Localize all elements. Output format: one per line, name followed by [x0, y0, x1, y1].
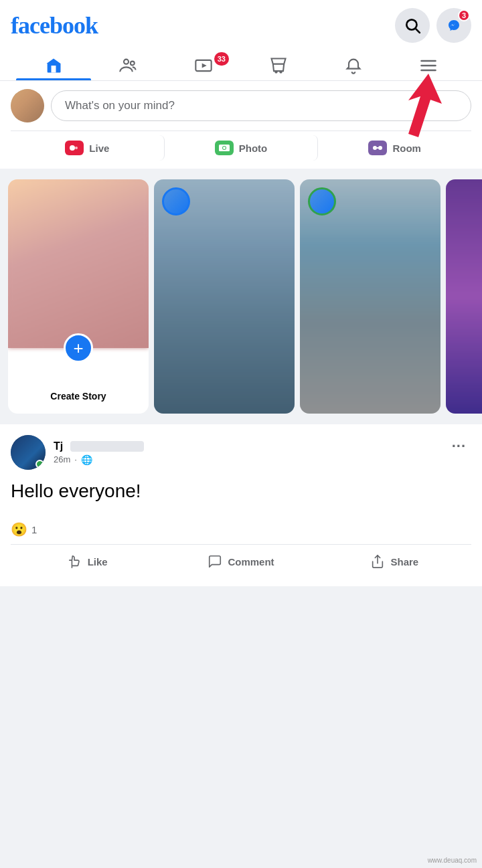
- svg-point-3: [124, 60, 129, 64]
- privacy-icon: 🌐: [81, 454, 92, 465]
- live-icon: [65, 141, 84, 155]
- post-time: 26m: [54, 454, 70, 464]
- reaction-emoji: 😮: [11, 521, 27, 537]
- svg-line-1: [416, 29, 420, 33]
- story-item-3[interactable]: [446, 179, 482, 414]
- composer-row: What's on your mind?: [11, 89, 471, 122]
- stories-row: + Create Story: [0, 179, 482, 414]
- comment-button[interactable]: Comment: [164, 547, 317, 576]
- photo-icon: [215, 141, 234, 155]
- facebook-logo: facebook: [11, 11, 98, 39]
- post-more-button[interactable]: ···: [447, 435, 471, 458]
- post-author-avatar[interactable]: [11, 435, 46, 470]
- current-user-avatar: [11, 89, 44, 122]
- svg-point-4: [131, 62, 135, 66]
- header: facebook 3: [0, 0, 482, 81]
- room-button[interactable]: Room: [318, 135, 471, 161]
- share-label: Share: [390, 556, 418, 568]
- comment-label: Comment: [228, 556, 274, 568]
- nav-tab-groups[interactable]: [91, 50, 166, 80]
- nav-tab-home[interactable]: [16, 50, 91, 80]
- header-top: facebook 3: [11, 8, 471, 50]
- photo-button[interactable]: Photo: [165, 135, 319, 161]
- story-create-plus-icon: +: [64, 333, 93, 363]
- post-author-details: Tj 26m · 🌐: [54, 440, 144, 465]
- svg-point-8: [280, 71, 281, 72]
- reaction-count: 1: [31, 524, 37, 535]
- like-button[interactable]: Like: [11, 547, 164, 576]
- header-icons: 3: [395, 8, 471, 43]
- post-actions: Like Comment Share: [11, 545, 471, 576]
- nav-tabs: 33: [11, 50, 471, 80]
- post-meta-dot: ·: [74, 454, 77, 464]
- svg-point-13: [70, 145, 75, 151]
- live-label: Live: [89, 143, 109, 154]
- post-user-info: Tj 26m · 🌐: [11, 435, 144, 470]
- like-label: Like: [88, 556, 108, 568]
- messenger-badge: 3: [458, 9, 470, 21]
- create-story-label: Create Story: [8, 371, 149, 402]
- nav-tab-menu[interactable]: [391, 50, 466, 80]
- post-header: Tj 26m · 🌐 ···: [11, 435, 471, 470]
- messenger-button[interactable]: 3: [436, 8, 471, 43]
- composer-actions: Live Photo: [11, 131, 471, 161]
- svg-marker-6: [202, 64, 207, 68]
- photo-label: Photo: [239, 143, 268, 154]
- nav-tab-notifications[interactable]: [316, 50, 391, 80]
- nav-tab-marketplace[interactable]: [241, 50, 316, 80]
- story-overlay-3: [446, 179, 482, 414]
- room-icon: [368, 141, 387, 155]
- room-label: Room: [392, 143, 421, 154]
- post-author-name-row: Tj: [54, 440, 144, 452]
- create-story-card[interactable]: + Create Story: [8, 179, 149, 414]
- online-indicator: [35, 460, 44, 468]
- post-content: Hello everyone!: [11, 478, 471, 504]
- story-avatar-1: [162, 187, 190, 215]
- svg-point-19: [378, 146, 382, 150]
- create-story-bg: +: [8, 179, 149, 348]
- watermark: www.deuaq.com: [428, 857, 477, 864]
- post-input[interactable]: What's on your mind?: [51, 90, 471, 121]
- post-author-name[interactable]: Tj: [54, 440, 63, 452]
- post-reactions: 😮 1: [11, 515, 471, 545]
- svg-point-17: [223, 147, 226, 149]
- feed-post: Tj 26m · 🌐 ··· Hello everyone! 😮 1: [0, 424, 482, 586]
- search-button[interactable]: [395, 8, 430, 43]
- stories-section: + Create Story: [0, 174, 482, 419]
- post-composer: What's on your mind? Live: [0, 81, 482, 169]
- story-item-1[interactable]: [154, 179, 295, 414]
- svg-point-14: [75, 147, 78, 149]
- story-avatar-2: [308, 187, 336, 215]
- live-button[interactable]: Live: [11, 135, 165, 161]
- svg-point-18: [373, 146, 377, 150]
- watch-badge: 33: [214, 52, 229, 66]
- post-author-name-blurred: [70, 441, 144, 452]
- svg-point-7: [275, 71, 276, 72]
- story-item-2[interactable]: [300, 179, 440, 414]
- nav-tab-watch[interactable]: 33: [166, 50, 241, 80]
- post-meta: 26m · 🌐: [54, 454, 144, 465]
- share-button[interactable]: Share: [318, 547, 471, 576]
